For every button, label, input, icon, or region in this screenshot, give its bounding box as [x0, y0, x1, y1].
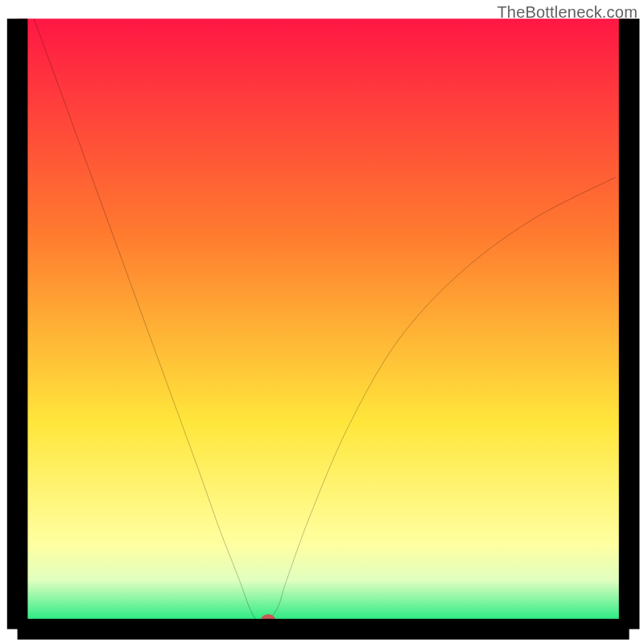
- bottleneck-chart: [0, 0, 644, 644]
- chart-container: { "watermark": "TheBottleneck.com", "cha…: [0, 0, 644, 644]
- plot-background: [18, 19, 630, 629]
- watermark-text: TheBottleneck.com: [497, 3, 638, 22]
